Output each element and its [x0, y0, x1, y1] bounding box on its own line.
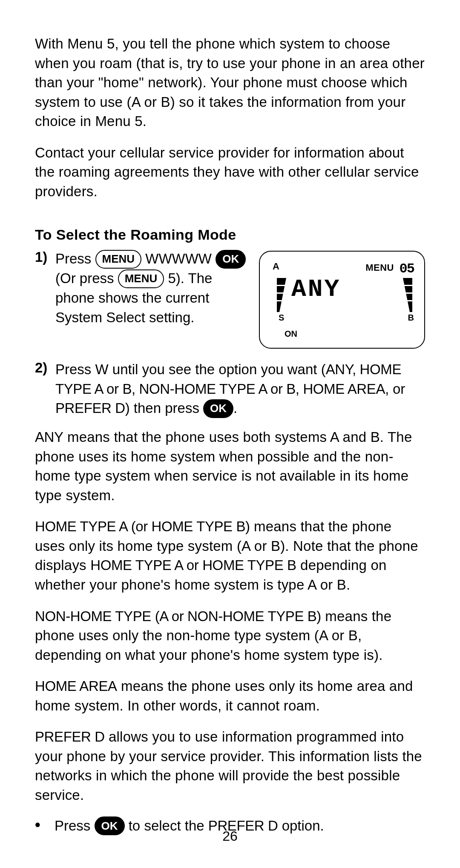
ok-button-icon: OK: [203, 399, 233, 418]
text: .: [233, 400, 237, 416]
step-number: 1): [35, 249, 55, 327]
option-label: PREFER D: [35, 729, 105, 745]
lcd-menu-text: MENU: [365, 262, 394, 273]
lcd-indicator-b: B: [408, 313, 414, 323]
lcd-indicator-on: ON: [285, 329, 297, 339]
menu-button-icon: MENU: [118, 269, 164, 288]
menu-button-icon: MENU: [95, 250, 142, 269]
svg-rect-3: [277, 300, 286, 301]
manual-page: With Menu 5, you tell the phone which sy…: [0, 0, 460, 868]
option-label: HOME TYPE A (or HOME TYPE B): [35, 519, 250, 534]
text: Press: [55, 251, 95, 266]
text: or: [389, 381, 405, 397]
intro-paragraph-1: With Menu 5, you tell the phone which sy…: [35, 34, 425, 131]
any-description: ANY means that the phone uses both syste…: [35, 427, 425, 505]
step-2: 2) Press W until you see the option you …: [35, 360, 425, 418]
text: WWWWW: [145, 251, 216, 266]
svg-rect-2: [277, 292, 286, 294]
nonhome-description: NON-HOME TYPE (A or NON-HOME TYPE B) mea…: [35, 607, 425, 665]
text: means that the phone uses both systems A…: [35, 429, 412, 503]
page-number: 26: [35, 828, 425, 844]
section-heading: To Select the Roaming Mode: [35, 226, 425, 243]
svg-marker-4: [403, 278, 412, 312]
svg-marker-0: [277, 278, 286, 312]
option-label: NON-HOME TYPE (A or NON-HOME TYPE B): [35, 608, 321, 624]
lcd-top-row: A MENU 05: [273, 261, 414, 277]
option-label: HOME AREA: [35, 678, 117, 694]
option-label: PREFER D: [55, 400, 125, 416]
text: (Or press: [55, 270, 118, 286]
signal-bars-left-icon: [277, 278, 286, 312]
text: Press W until you see the option you wan…: [55, 361, 326, 377]
preferd-description: PREFER D allows you to use information p…: [35, 727, 425, 805]
option-label: ANY: [35, 429, 63, 445]
svg-rect-1: [277, 285, 286, 286]
step-body: Press W until you see the option you wan…: [55, 360, 425, 418]
lcd-indicator-s: S: [279, 313, 284, 323]
lcd-indicator-a: A: [273, 261, 279, 277]
lcd-sb-row: S B: [279, 313, 414, 323]
lcd-main-text: ANY: [291, 275, 341, 303]
lcd-menu-number: 05: [400, 261, 414, 277]
option-label: HOME TYPE A or HOME TYPE B: [90, 557, 296, 573]
homearea-description: HOME AREA means the phone uses only its …: [35, 676, 425, 715]
svg-rect-5: [403, 285, 412, 286]
text: ) then press: [125, 400, 203, 416]
intro-paragraph-2: Contact your cellular service provider f…: [35, 143, 425, 201]
svg-rect-6: [403, 292, 412, 294]
step-number: 2): [35, 360, 55, 418]
svg-rect-7: [403, 300, 412, 301]
step-body: Press MENU WWWWW OK (Or press MENU 5). T…: [55, 249, 246, 327]
hometype-description: HOME TYPE A (or HOME TYPE B) means that …: [35, 517, 425, 594]
signal-bars-right-icon: [403, 278, 412, 312]
ok-button-icon: OK: [216, 250, 246, 269]
step-1: 1) Press MENU WWWWW OK (Or press MENU 5)…: [35, 249, 246, 327]
phone-lcd-illustration: A MENU 05 ANY S B: [259, 251, 425, 349]
lcd-menu-label: MENU 05: [365, 261, 414, 277]
